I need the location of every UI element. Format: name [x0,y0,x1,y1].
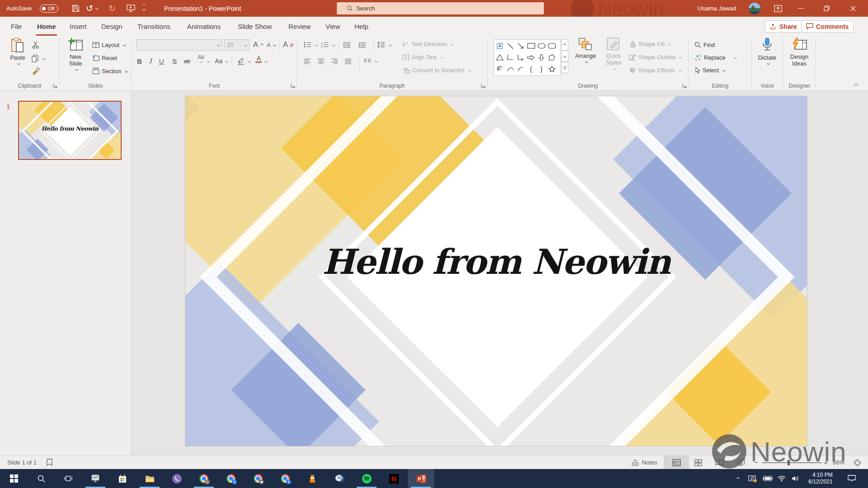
shape-effects-button[interactable]: Shape Effects [629,65,681,75]
shape-gallery[interactable]: A { } [494,39,561,76]
shape-star-icon[interactable] [547,63,557,75]
convert-to-smartart-button[interactable]: Convert to SmartArt [402,65,471,75]
bullets-button[interactable] [304,39,318,50]
shapes-more-button[interactable] [561,62,568,73]
decrease-indent-button[interactable] [343,39,351,50]
select-button[interactable]: Select [694,65,725,75]
shape-arrow-right-icon[interactable] [526,52,536,63]
tab-help[interactable]: Help [354,17,369,36]
collapse-ribbon-button[interactable] [853,80,858,91]
redo-button[interactable]: ↻ [108,0,116,17]
start-button[interactable] [1,469,27,488]
format-painter-button[interactable] [32,66,40,76]
ribbon-display-options-button[interactable] [768,0,788,17]
italic-button[interactable]: I [148,56,153,66]
zoom-slider-handle[interactable] [788,460,790,465]
tray-battery-icon[interactable] [760,469,775,488]
shape-triangle-icon[interactable] [495,52,505,63]
slideshow-view-button[interactable] [737,456,745,469]
reading-view-button[interactable] [715,456,724,469]
action-center-button[interactable] [842,469,862,488]
drawing-dialog-launcher[interactable] [682,84,687,88]
font-dialog-launcher[interactable] [291,84,295,88]
tab-insert[interactable]: Insert [69,17,88,36]
slide-thumbnail[interactable]: Hello from Neowin [18,101,122,160]
editing-canvas[interactable]: Hello from Neowin [131,91,868,455]
netflix-icon[interactable]: N [381,469,407,488]
close-button[interactable] [843,0,863,17]
spotify-icon[interactable] [354,469,380,488]
zoom-in-button[interactable]: + [824,456,828,469]
character-spacing-button[interactable]: AV↔ [196,56,206,66]
font-size-select[interactable]: 20 [224,39,250,51]
clipboard-dialog-launcher[interactable] [53,84,57,88]
align-center-button[interactable] [317,56,325,66]
taskbar-search-button[interactable] [28,469,54,488]
microsoft-store-icon[interactable] [109,469,136,488]
shapes-scroll-up-button[interactable] [561,39,568,51]
tray-wifi-icon[interactable] [775,469,788,488]
autosave-toggle[interactable]: Off [40,0,58,17]
tab-view[interactable]: View [325,17,341,36]
quick-styles-button[interactable]: Quick Styles [601,38,626,70]
tab-file[interactable]: File [10,17,23,36]
zoom-out-button[interactable]: − [754,456,759,469]
font-name-select[interactable] [137,39,222,51]
minimize-button[interactable] [790,0,811,17]
file-explorer-icon[interactable] [137,469,163,488]
save-button[interactable] [69,0,82,17]
increase-indent-button[interactable] [358,39,366,50]
section-button[interactable]: Section [92,66,127,76]
avatar[interactable] [749,0,760,17]
slide-title-text[interactable]: Hello from Neowin [185,242,807,282]
cut-button[interactable] [32,39,39,50]
change-case-button[interactable]: Aa [213,56,224,66]
shape-right-brace-icon[interactable]: } [536,63,547,75]
decrease-font-size-button[interactable]: A [267,39,276,50]
shape-fill-button[interactable]: Shape Fill [629,38,671,49]
restore-button[interactable] [816,0,837,17]
shape-scribble-icon[interactable] [495,63,505,75]
slide-canvas[interactable]: Hello from Neowin [185,96,807,446]
shape-line-icon[interactable] [505,40,515,52]
shape-arrow-icon[interactable] [515,40,526,52]
tab-home[interactable]: Home [36,17,57,36]
normal-view-button[interactable] [664,456,689,469]
font-color-button[interactable]: A [254,56,263,66]
shape-arc-icon[interactable] [515,63,526,75]
tray-volume-icon[interactable] [788,469,802,488]
shape-curve-icon[interactable] [505,63,515,75]
align-right-button[interactable] [331,56,338,66]
account-name[interactable]: Usama Jawad [698,0,736,17]
accessibility-button[interactable] [46,456,53,469]
reset-button[interactable]: Reset [92,52,117,63]
tab-animations[interactable]: Animations [186,17,222,36]
dictate-button[interactable]: Dictate [755,38,780,65]
shapes-scroll-down-button[interactable] [561,51,568,62]
tray-chevron-button[interactable] [731,469,744,488]
copy-button[interactable] [32,53,45,64]
task-view-button[interactable] [55,469,81,488]
paste-button[interactable]: Paste [6,38,29,65]
shape-elbow-icon[interactable] [505,52,515,63]
slide-sorter-view-button[interactable] [694,456,702,469]
clear-formatting-button[interactable]: A [283,39,294,50]
increase-font-size-button[interactable]: A [253,39,263,50]
powerpoint-icon[interactable]: P [408,469,434,488]
shape-oval-icon[interactable] [536,40,547,52]
shape-arrow-down-icon[interactable] [536,52,547,63]
zoom-level[interactable]: 86% [833,456,844,469]
zoom-slider[interactable] [762,456,822,469]
layout-button[interactable]: Layout [92,39,126,50]
arrange-button[interactable]: Arrange [573,38,598,63]
tray-sync-icon[interactable] [745,469,760,488]
chrome-profile2-icon[interactable]: $ [218,469,244,488]
columns-button[interactable] [363,56,377,66]
shape-outline-button[interactable]: Shape Outline [629,52,682,62]
replace-button[interactable]: bc Replace [694,52,736,63]
tab-transitions[interactable]: Transitions [137,17,171,36]
customize-qat-button[interactable] [143,0,145,17]
text-shadow-button[interactable]: S [171,56,178,66]
align-text-button[interactable]: Align Text [402,52,443,62]
paragraph-dialog-launcher[interactable] [481,84,486,88]
